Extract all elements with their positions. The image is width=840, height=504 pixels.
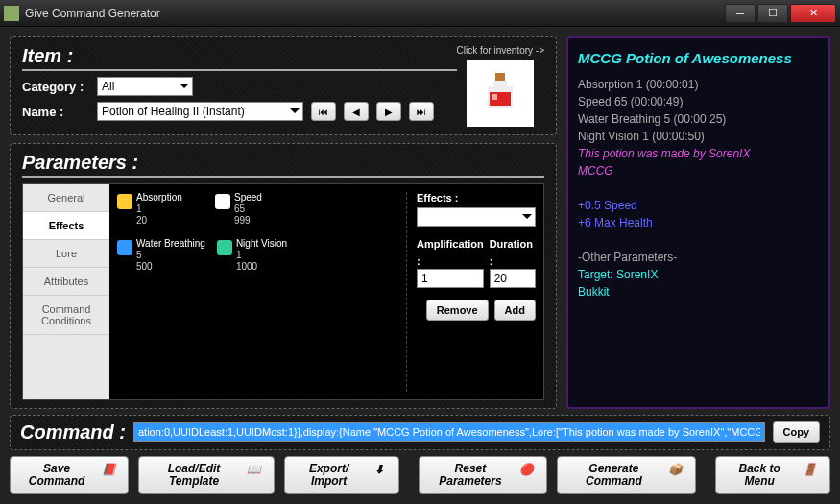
book-open-icon: 📖 [245,464,264,487]
tab-effects[interactable]: Effects [23,212,109,240]
maximize-button[interactable]: ☐ [757,4,788,23]
effect-icon [217,240,232,255]
preview-line: Speed 65 (00:00:49) [578,93,819,110]
command-output[interactable] [133,422,765,442]
tab-command-conditions[interactable]: Command Conditions [23,296,109,335]
preview-line: +6 Max Health [578,214,819,231]
bottom-toolbar: Save Command📕 Load/Edit Template📖 Export… [10,456,830,494]
generate-command-button[interactable]: Generate Command📦 [557,456,696,494]
load-template-button[interactable]: Load/Edit Template📖 [138,456,275,494]
item-icon-button[interactable] [467,60,534,127]
preview-line: MCCG [578,162,819,180]
item-panel: Item : Category : All Name : Potion of H… [10,36,557,135]
item-title: Item : [22,45,457,71]
preview-line [578,231,819,249]
last-button[interactable]: ⏭ [409,102,434,121]
effect-item[interactable]: Speed65999 [215,192,301,227]
effect-icon [215,194,230,209]
duration-input[interactable] [490,269,536,288]
preview-line: Water Breathing 5 (00:00:25) [578,110,819,128]
next-button[interactable]: ▶ [376,102,401,121]
parameters-panel: Parameters : GeneralEffectsLoreAttribute… [10,143,557,409]
preview-line: -Other Parameters- [578,249,819,266]
preview-line [578,180,819,197]
svg-rect-4 [492,94,497,100]
minimize-button[interactable]: ─ [725,4,756,23]
copy-button[interactable]: Copy [773,421,821,443]
category-label: Category : [22,80,89,94]
close-button[interactable]: ✕ [790,4,836,23]
effect-icon [117,194,132,209]
preview-line: Night Vision 1 (00:00:50) [578,128,819,145]
effect-icon [117,240,132,255]
svg-rect-1 [493,81,507,86]
book-icon: 📕 [99,464,118,487]
duration-label: Duration : [490,238,533,267]
effect-item[interactable]: Night Vision11000 [217,238,303,273]
inventory-hint: Click for inventory -> [457,45,544,56]
back-to-menu-button[interactable]: Back to Menu🚪 [715,456,830,494]
name-label: Name : [22,105,89,119]
amplification-label: Amplification : [417,238,484,267]
tab-attributes[interactable]: Attributes [23,268,109,296]
preview-line: +0.5 Speed [578,197,819,214]
effect-item[interactable]: Water Breathing5500 [117,238,205,273]
name-select[interactable]: Potion of Healing II (Instant) [97,102,303,121]
amplification-input[interactable] [417,269,484,288]
tabs: GeneralEffectsLoreAttributesCommand Cond… [23,184,109,399]
add-button[interactable]: Add [494,300,536,321]
effects-form: Effects : Amplification : Duration : [406,192,536,392]
hopper-icon: ⬇ [369,464,389,487]
save-command-button[interactable]: Save Command📕 [10,456,129,494]
preview-title: MCCG Potion of Awesomeness [578,48,819,70]
app-icon [4,6,19,21]
export-import-button[interactable]: Export/ Import⬇ [284,456,399,494]
preview-line: Bukkit [578,283,819,300]
tab-lore[interactable]: Lore [23,240,109,268]
window-title: Give Command Generator [25,7,725,20]
first-button[interactable]: ⏮ [311,102,336,121]
preview-line: This potion was made by SorenIX [578,145,819,162]
prev-button[interactable]: ◀ [344,102,369,121]
titlebar: Give Command Generator ─ ☐ ✕ [0,0,840,27]
effect-item[interactable]: Absorption120 [117,192,204,227]
command-panel: Command : Copy [10,415,830,450]
preview-panel: MCCG Potion of Awesomeness Absorption 1 … [566,36,830,409]
preview-line: Target: SorenIX [578,266,819,283]
effects-select[interactable] [417,207,536,227]
reset-parameters-button[interactable]: Reset Parameters🔴 [419,456,547,494]
command-label: Command : [20,421,126,444]
redstone-icon: 🔴 [517,464,537,487]
command-block-icon: 📦 [666,464,685,487]
remove-button[interactable]: Remove [426,300,489,321]
category-select[interactable]: All [97,77,193,96]
tab-general[interactable]: General [23,184,109,212]
parameters-title: Parameters : [22,152,544,178]
effects-list: Absorption120Speed65999Water Breathing55… [117,192,398,392]
preview-line: Absorption 1 (00:00:01) [578,76,819,93]
door-icon: 🚪 [799,464,820,487]
effects-dropdown-label: Effects : [417,192,536,204]
svg-rect-0 [495,73,505,81]
potion-icon [476,69,524,117]
